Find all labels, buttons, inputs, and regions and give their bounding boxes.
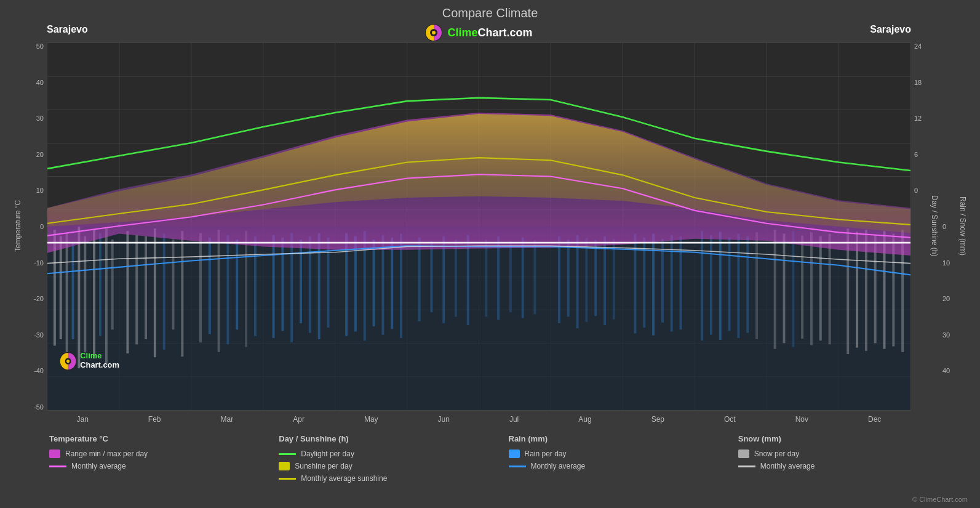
month-labels: Jan Feb Mar Apr May Jun Jul Aug Sep Oct …: [47, 411, 911, 428]
chart-header-row: Sarajevo ClimeChart.com Sarajevo: [47, 24, 911, 42]
svg-rect-81: [594, 240, 597, 316]
month-oct: Oct: [724, 415, 736, 424]
legend-label-snow: Snow per day: [754, 450, 799, 458]
legend-title-sunshine: Day / Sunshine (h): [279, 434, 508, 443]
legend-area: Temperature °C Range min / max per day M…: [12, 428, 968, 502]
svg-rect-82: [604, 236, 606, 325]
legend-line-rain-avg: [509, 466, 526, 467]
svg-rect-79: [576, 235, 579, 329]
month-may: May: [364, 415, 378, 424]
svg-rect-75: [522, 238, 524, 318]
city-label-left: Sarajevo: [47, 24, 88, 35]
svg-rect-93: [728, 238, 731, 331]
svg-rect-68: [430, 241, 432, 312]
svg-rect-37: [105, 228, 108, 364]
svg-rect-94: [737, 234, 739, 338]
svg-text:Chart.com: Chart.com: [80, 360, 119, 369]
svg-rect-69: [442, 236, 445, 323]
month-apr: Apr: [293, 415, 305, 424]
svg-rect-46: [199, 233, 202, 342]
svg-rect-98: [783, 234, 786, 344]
legend-item-temp-range: Range min / max per day: [49, 450, 279, 458]
y-axis-right-rainsnow-ticks: . . . . . 0 10 20 30 40 .: [939, 24, 958, 428]
svg-rect-92: [719, 232, 722, 340]
svg-rect-77: [558, 236, 560, 323]
svg-rect-72: [485, 240, 487, 316]
svg-rect-35: [93, 230, 95, 358]
svg-rect-90: [701, 231, 703, 341]
legend-label-temp-range: Range min / max per day: [65, 450, 148, 458]
svg-rect-45: [181, 231, 183, 357]
svg-rect-91: [710, 235, 712, 335]
svg-rect-83: [613, 239, 615, 320]
svg-rect-63: [373, 240, 375, 326]
legend-col-sunshine: Day / Sunshine (h) Daylight per day Suns…: [279, 434, 508, 502]
svg-rect-73: [497, 236, 500, 320]
svg-rect-67: [418, 238, 421, 321]
city-label-right: Sarajevo: [870, 24, 911, 35]
chart-footer-row: Jan Feb Mar Apr May Jun Jul Aug Sep Oct …: [47, 411, 911, 428]
legend-swatch-snow: [738, 450, 749, 458]
y-axis-right-rainsnow-label: Rain / Snow (mm): [958, 24, 968, 428]
svg-rect-51: [245, 231, 247, 347]
svg-rect-34: [84, 236, 86, 352]
y-axis-left-label: Temperature °C: [12, 24, 23, 428]
y-axis-right-sunshine-label: Day / Sunshine (h): [930, 24, 939, 428]
legend-label-daylight: Daylight per day: [301, 450, 354, 458]
svg-rect-32: [72, 243, 74, 339]
right-axes: 24 18 12 6 0 . . . . . . Day / Sunshine …: [911, 24, 968, 428]
svg-rect-38: [111, 240, 114, 329]
legend-item-snow-avg: Monthly average: [738, 462, 968, 470]
legend-swatch-temp-range: [49, 450, 60, 458]
month-dec: Dec: [868, 415, 881, 424]
month-nov: Nov: [795, 415, 808, 424]
svg-rect-102: [819, 236, 822, 341]
svg-rect-28: [47, 226, 910, 410]
svg-text:Clime: Clime: [80, 351, 102, 360]
legend-title-temp: Temperature °C: [49, 434, 279, 443]
legend-label-sunshine-avg: Monthly average sunshine: [301, 474, 387, 483]
legend-label-snow-avg: Monthly average: [760, 462, 815, 470]
legend-item-sunshine-avg: Monthly average sunshine: [279, 474, 508, 483]
legend-line-sunshine-avg: [279, 478, 296, 480]
month-sep: Sep: [651, 415, 664, 424]
legend-col-temperature: Temperature °C Range min / max per day M…: [49, 434, 279, 502]
svg-rect-52: [254, 236, 257, 336]
legend-item-daylight: Daylight per day: [279, 450, 508, 458]
svg-rect-30: [60, 236, 62, 339]
month-jun: Jun: [438, 415, 450, 424]
chart-svg: Clime Chart.com: [47, 43, 910, 410]
svg-rect-42: [154, 228, 156, 357]
svg-rect-50: [236, 240, 238, 329]
legend-col-rain: Rain (mm) Rain per day Monthly average: [509, 434, 738, 502]
legend-line-daylight: [279, 453, 296, 455]
svg-rect-95: [746, 236, 749, 333]
y-axis-right-sunshine-ticks: 24 18 12 6 0 . . . . . .: [911, 24, 930, 428]
legend-label-temp-avg: Monthly average: [71, 462, 126, 470]
brand-text-top: ClimeChart.com: [447, 26, 532, 39]
svg-rect-97: [774, 230, 776, 349]
svg-rect-96: [755, 232, 758, 339]
legend-line-snow-avg: [738, 466, 755, 467]
legend-item-rain-per-day: Rain per day: [509, 450, 738, 458]
svg-rect-56: [300, 240, 302, 323]
svg-rect-36: [99, 233, 102, 336]
legend-swatch-sunshine: [279, 462, 290, 470]
svg-rect-39: [126, 231, 129, 353]
page-title: Compare Climate: [12, 6, 968, 20]
logo-top-right: ClimeChart.com: [425, 24, 532, 41]
svg-rect-74: [509, 241, 512, 312]
legend-swatch-rain: [509, 450, 520, 458]
svg-rect-57: [309, 236, 311, 333]
svg-rect-100: [801, 236, 803, 339]
legend-item-snow-per-day: Snow per day: [738, 450, 968, 458]
svg-rect-47: [209, 238, 211, 334]
svg-rect-43: [163, 234, 165, 350]
legend-item-rain-avg: Monthly average: [509, 462, 738, 470]
svg-rect-40: [135, 235, 138, 345]
svg-point-2: [432, 31, 436, 34]
svg-rect-49: [226, 235, 229, 345]
month-jan: Jan: [77, 415, 89, 424]
svg-rect-80: [585, 238, 588, 322]
legend-line-temp-avg: [49, 466, 66, 467]
